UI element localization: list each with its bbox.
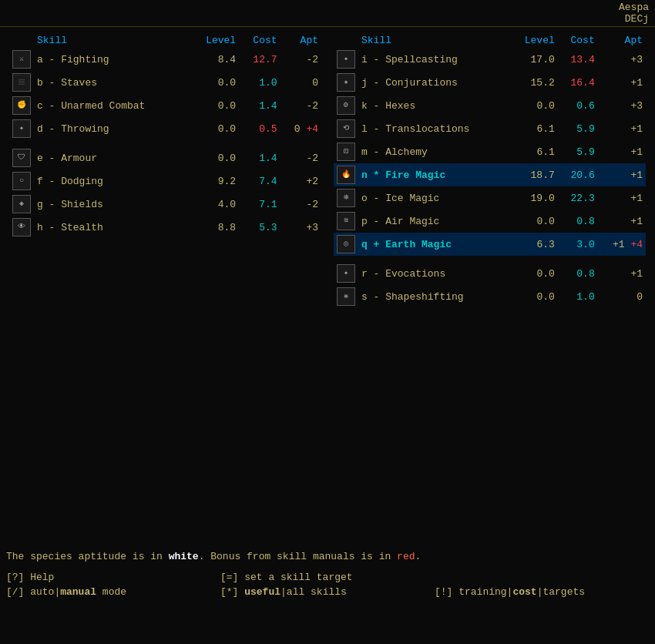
skill-apt-h: +3 — [280, 216, 321, 239]
skill-cost-q: 3.0 — [558, 233, 598, 256]
help-item-help: [?] Help — [6, 572, 220, 583]
skill-icon-g: ◈ — [9, 193, 34, 216]
skill-name-k[interactable]: k - Hexes — [358, 94, 510, 117]
skill-icon-a: ⚔ — [9, 48, 34, 71]
skill-icon-o: ❄ — [334, 186, 358, 210]
skill-icon-h: 👁 — [9, 216, 34, 239]
apt-text-middle: . Bonus from skill manuals is in — [199, 551, 397, 562]
skill-level-m: 6.1 — [510, 140, 558, 163]
skill-apt-o: +1 — [598, 186, 646, 210]
skill-level-j: 15.2 — [510, 71, 558, 94]
skill-level-l: 6.1 — [510, 117, 558, 140]
right-col-level: Level — [510, 33, 558, 48]
skill-name-c[interactable]: c - Unarmed Combat — [34, 94, 190, 117]
left-col-skill: Skill — [34, 33, 190, 48]
skill-cost-s: 1.0 — [558, 285, 598, 308]
skill-cost-a: 12.7 — [239, 48, 280, 71]
skill-level-r: 0.0 — [510, 262, 558, 285]
skill-name-m[interactable]: m - Alchemy — [358, 140, 510, 163]
skill-icon-j: ★ — [334, 71, 358, 94]
help-item-useful: [*] useful|all skills — [220, 586, 435, 598]
skill-level-q: 6.3 — [510, 233, 558, 256]
apt-text-end: . — [415, 551, 422, 562]
skill-name-s[interactable]: s - Shapeshifting — [358, 285, 510, 308]
skill-apt-e: -2 — [280, 146, 321, 169]
skill-icon-c: ✊ — [9, 94, 34, 117]
skill-level-a: 8.4 — [190, 48, 239, 71]
left-col-level: Level — [190, 33, 239, 48]
left-col-cost: Cost — [239, 33, 280, 48]
skill-cost-f: 7.4 — [239, 169, 280, 193]
skill-level-h: 8.8 — [190, 216, 239, 239]
skill-apt-b: 0 — [280, 71, 321, 94]
skill-name-i[interactable]: i - Spellcasting — [358, 48, 510, 71]
skill-cost-r: 0.8 — [558, 262, 598, 285]
skill-level-d: 0.0 — [190, 117, 239, 140]
skill-cost-o: 22.3 — [558, 186, 598, 210]
skill-apt-i: +3 — [598, 48, 646, 71]
skill-name-o[interactable]: o - Ice Magic — [358, 186, 510, 210]
skill-name-p[interactable]: p - Air Magic — [358, 210, 510, 233]
skill-cost-g: 7.1 — [239, 193, 280, 216]
skill-level-e: 0.0 — [190, 146, 239, 169]
skill-level-g: 4.0 — [190, 193, 239, 216]
skill-name-a[interactable]: a - Fighting — [34, 48, 190, 71]
skill-apt-r: +1 — [598, 262, 646, 285]
skill-apt-n: +1 — [598, 163, 646, 186]
right-col-apt: Apt — [598, 33, 646, 48]
apt-text-before: The species aptitude is in — [6, 551, 169, 562]
skill-name-q[interactable]: q + Earth Magic — [358, 233, 510, 256]
skill-apt-k: +3 — [598, 94, 646, 117]
skill-level-k: 0.0 — [510, 94, 558, 117]
skill-apt-f: +2 — [280, 169, 321, 193]
skill-icon-q: ◎ — [334, 233, 358, 256]
skill-apt-d: 0 +4 — [280, 117, 321, 140]
skill-cost-m: 5.9 — [558, 140, 598, 163]
skill-cost-c: 1.4 — [239, 94, 280, 117]
skill-level-i: 17.0 — [510, 48, 558, 71]
skill-icon-n: 🔥 — [334, 163, 358, 186]
skill-name-n[interactable]: n * Fire Magic — [358, 163, 510, 186]
skill-icon-e: 🛡 — [9, 146, 34, 169]
skill-icon-i: ✦ — [334, 48, 358, 71]
skill-apt-p: +1 — [598, 210, 646, 233]
skill-name-d[interactable]: d - Throwing — [34, 117, 190, 140]
skill-icon-k: ⚙ — [334, 94, 358, 117]
skill-name-b[interactable]: b - Staves — [34, 71, 190, 94]
skill-name-h[interactable]: h - Stealth — [34, 216, 190, 239]
apt-white: white — [169, 551, 199, 562]
bottom-section: The species aptitude is in white. Bonus … — [6, 551, 649, 598]
aptitude-note: The species aptitude is in white. Bonus … — [6, 551, 649, 562]
skill-name-g[interactable]: g - Shields — [34, 193, 190, 216]
left-skill-panel: Skill Level Cost Apt ⚔a - Fighting8.412.… — [3, 33, 328, 308]
right-col-skill: Skill — [358, 33, 510, 48]
help-item-training: [!] training|cost|targets — [435, 586, 649, 598]
skill-name-f[interactable]: f - Dodging — [34, 169, 190, 193]
skill-name-l[interactable]: l - Translocations — [358, 117, 510, 140]
skill-name-r[interactable]: r - Evocations — [358, 262, 510, 285]
help-item-empty — [435, 572, 649, 583]
left-skill-table: Skill Level Cost Apt ⚔a - Fighting8.412.… — [9, 33, 321, 239]
skill-name-e[interactable]: e - Armour — [34, 146, 190, 169]
skill-apt-q: +1 +4 — [598, 233, 646, 256]
right-skill-panel: Skill Level Cost Apt ✦i - Spellcasting17… — [328, 33, 652, 308]
skill-icon-m: ⊡ — [334, 140, 358, 163]
skill-cost-j: 16.4 — [558, 71, 598, 94]
skill-apt-s: 0 — [598, 285, 646, 308]
skill-cost-l: 5.9 — [558, 117, 598, 140]
right-col-cost: Cost — [558, 33, 598, 48]
skill-cost-h: 5.3 — [239, 216, 280, 239]
skill-level-o: 19.0 — [510, 186, 558, 210]
skill-icon-f: ○ — [9, 169, 34, 193]
skill-cost-d: 0.5 — [239, 117, 280, 140]
help-item-mode: [/] auto|manual mode — [6, 586, 220, 598]
skill-cost-k: 0.6 — [558, 94, 598, 117]
help-row-1: [?] Help [=] set a skill target — [6, 572, 649, 583]
skill-level-f: 9.2 — [190, 169, 239, 193]
skill-icon-p: ≋ — [334, 210, 358, 233]
skill-name-j[interactable]: j - Conjurations — [358, 71, 510, 94]
help-row-2: [/] auto|manual mode [*] useful|all skil… — [6, 586, 649, 598]
skill-icon-r: ✦ — [334, 262, 358, 285]
skill-apt-g: -2 — [280, 193, 321, 216]
left-col-apt: Apt — [280, 33, 321, 48]
